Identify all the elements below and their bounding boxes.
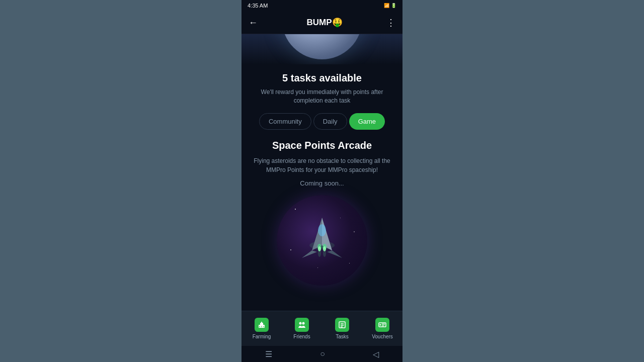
svg-marker-5: [327, 250, 342, 258]
back-button[interactable]: ←: [249, 18, 258, 27]
tab-game[interactable]: Game: [349, 113, 385, 130]
svg-point-11: [323, 249, 326, 257]
coming-soon-text: Coming soon...: [250, 179, 394, 187]
svg-point-25: [380, 324, 381, 326]
game-title: Space Points Arcade: [250, 140, 394, 151]
signal-icon: 📶: [384, 3, 389, 8]
status-time: 4:35 AM: [248, 3, 268, 9]
svg-point-3: [318, 224, 326, 236]
status-bar: 4:35 AM 📶 🔋: [242, 0, 403, 11]
android-nav-bar: ☰ ○ ◁: [242, 346, 403, 362]
tasks-section: 5 tasks available We'll reward you immed…: [242, 64, 403, 130]
nav-farming[interactable]: Farming: [242, 311, 282, 346]
svg-marker-4: [302, 250, 317, 258]
planet-image: [282, 34, 362, 59]
vouchers-label: Vouchers: [372, 334, 393, 339]
android-back-btn[interactable]: ◁: [373, 349, 379, 359]
tasks-subtitle: We'll reward you immediately with points…: [250, 88, 394, 105]
spaceship-image: [277, 195, 367, 286]
nav-tasks[interactable]: Tasks: [322, 311, 362, 346]
phone-container: 4:35 AM 📶 🔋 ← BUMP🤑 ⋮ 5 tasks available …: [242, 0, 403, 362]
status-icons: 📶 🔋: [384, 3, 396, 8]
tasks-title: 5 tasks available: [250, 72, 394, 84]
friends-label: Friends: [293, 334, 310, 339]
farming-icon: [255, 318, 269, 332]
planet-area: [242, 34, 403, 64]
menu-button[interactable]: ⋮: [386, 17, 395, 28]
svg-point-18: [299, 322, 302, 325]
main-content: 5 tasks available We'll reward you immed…: [242, 34, 403, 311]
game-section: Space Points Arcade Flying asteroids are…: [242, 140, 403, 286]
svg-point-10: [318, 249, 321, 257]
friends-icon: [295, 318, 309, 332]
svg-rect-14: [261, 322, 262, 323]
tab-daily[interactable]: Daily: [313, 113, 347, 130]
android-home-btn[interactable]: ○: [320, 349, 325, 358]
game-description: Flying asteroids are no obstacle to coll…: [250, 156, 394, 174]
tasks-label: Tasks: [336, 334, 349, 339]
spaceship-svg: [289, 208, 355, 273]
tasks-icon: [335, 318, 349, 332]
tabs-row: Community Daily Game: [250, 113, 394, 130]
android-menu-btn[interactable]: ☰: [265, 349, 272, 359]
vouchers-icon: [375, 318, 389, 332]
page-title: BUMP🤑: [263, 17, 386, 28]
svg-point-19: [302, 322, 305, 325]
top-bar: ← BUMP🤑 ⋮: [242, 11, 403, 34]
tab-community[interactable]: Community: [259, 113, 311, 130]
nav-vouchers[interactable]: Vouchers: [362, 311, 403, 346]
battery-icon: 🔋: [391, 3, 396, 8]
nav-friends[interactable]: Friends: [282, 311, 322, 346]
farming-label: Farming: [253, 334, 271, 339]
bottom-nav: Farming Friends: [242, 311, 403, 346]
